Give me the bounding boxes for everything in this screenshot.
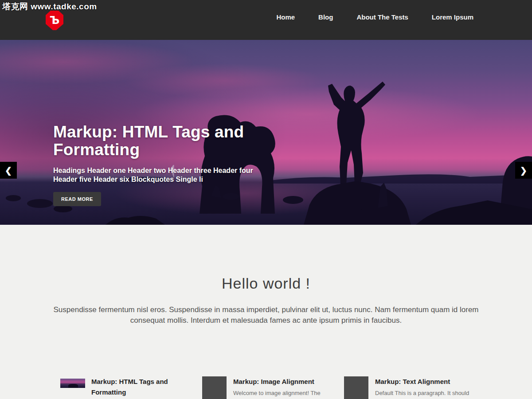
recent-posts-row: Markup: HTML Tags and Formatting Markup:… [60,376,472,399]
read-more-button[interactable]: READ MORE [53,192,101,206]
main-nav: Home Blog About The Tests Lorem Ipsum [276,13,473,21]
sunset-thumbnail-image [60,379,85,388]
slide-content: Markup: HTML Tags and Formatting Heading… [53,123,293,206]
tadke-logo-icon[interactable]: Ъ [45,10,64,31]
intro-paragraph: Suspendisse fermentum nisl eros. Suspend… [47,305,485,326]
nav-item-about-the-tests[interactable]: About The Tests [356,13,408,21]
post-thumbnail[interactable] [344,376,369,399]
slide-excerpt: Headings Header one Header two Header th… [53,166,275,184]
main-content: Hello world ! Suspendisse fermentum nisl… [0,225,532,399]
post-excerpt: Welcome to image alignment! The best way… [233,389,330,399]
page-title: Hello world ! [0,275,532,292]
placeholder-thumbnail [202,376,227,399]
post-thumbnail[interactable] [60,376,85,388]
next-slide-icon[interactable]: ❯ [515,162,532,179]
post-card: Markup: HTML Tags and Formatting [60,376,188,399]
nav-item-blog[interactable]: Blog [318,13,333,21]
nav-item-lorem-ipsum[interactable]: Lorem Ipsum [432,13,473,21]
hero-slider: Markup: HTML Tags and Formatting Heading… [0,40,532,225]
prev-slide-icon[interactable]: ❮ [0,162,17,179]
post-title-link[interactable]: Markup: Text Alignment [375,376,472,387]
post-card: Markup: Text Alignment Default This is a… [344,376,472,399]
post-excerpt: Default This is a paragraph. It should n… [375,389,472,399]
svg-text:Ъ: Ъ [50,14,60,27]
placeholder-thumbnail [344,376,368,399]
slide-title[interactable]: Markup: HTML Tags and Formatting [53,123,275,159]
post-thumbnail[interactable] [202,376,227,399]
post-title-link[interactable]: Markup: Image Alignment [233,376,330,387]
site-watermark: 塔克网 www.tadke.com [2,1,97,12]
post-title-link[interactable]: Markup: HTML Tags and Formatting [91,376,188,398]
post-card: Markup: Image Alignment Welcome to image… [202,376,330,399]
nav-item-home[interactable]: Home [276,13,295,21]
